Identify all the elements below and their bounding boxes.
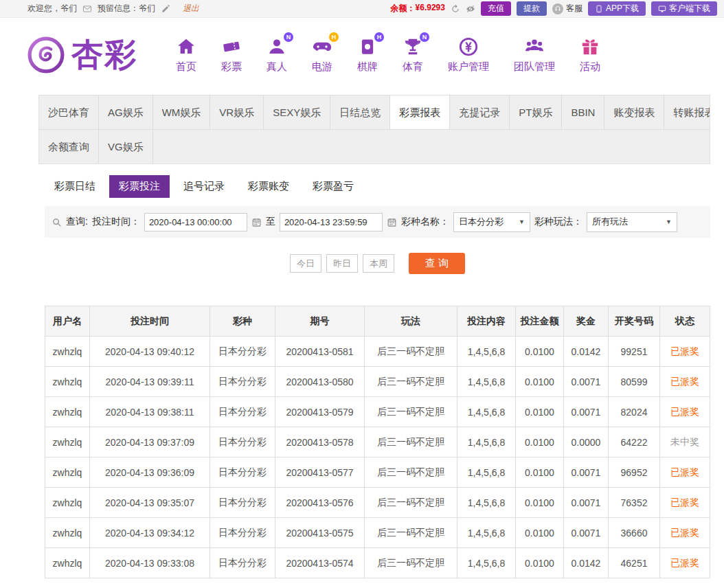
balance: 余额： ¥6.9293 [391,3,445,14]
tab-沙巴体育[interactable]: 沙巴体育 [39,95,99,129]
nav-label: 真人 [267,60,287,74]
nav-label: 体育 [403,60,423,74]
subtab-彩票投注[interactable]: 彩票投注 [109,175,170,198]
subtabs: 彩票日结彩票投注追号记录彩票账变彩票盈亏 [45,175,710,198]
table-row: zwhzlq2020-04-13 09:40:12日本分分彩20200413-0… [45,337,710,367]
nav-item-sports[interactable]: N体育 [403,36,423,74]
live-icon: N [267,36,287,57]
tab-VR娱乐[interactable]: VR娱乐 [210,95,264,129]
cell: 1,4,5,6,8 [457,457,516,488]
hide-balance-icon[interactable] [466,4,475,14]
cell: 0.0100 [516,427,564,457]
cell: 后三一码不定胆 [365,427,457,457]
cell: 99251 [609,337,660,367]
cell: 20200413-0580 [275,367,365,397]
logout-link[interactable]: 退出 [183,3,199,14]
refresh-icon[interactable] [451,4,460,14]
status-cell: 已派奖 [660,548,710,578]
cell: 0.0100 [516,397,564,427]
cell: 后三一码不定胆 [365,397,457,427]
subtab-追号记录[interactable]: 追号记录 [174,175,234,198]
balance-label: 余额： [391,3,416,14]
message-icon[interactable] [82,4,92,14]
client-download-button[interactable]: 客户端下载 [651,1,717,16]
nav-item-gift[interactable]: 活动 [580,36,600,74]
client-download-label: 客户端下载 [669,3,710,14]
cell: 2020-04-13 09:38:11 [90,397,210,427]
cell: 20200413-0578 [275,427,365,457]
tab-账变报表[interactable]: 账变报表 [604,95,664,129]
tab-转账报表[interactable]: 转账报表 [664,95,710,129]
recharge-button[interactable]: 充值 [481,1,511,16]
tab-BBIN[interactable]: BBIN [562,95,604,129]
brand-logo[interactable]: 杏彩 [27,34,137,76]
cell: 0.0100 [516,367,564,397]
tab-充提记录[interactable]: 充提记录 [450,95,510,129]
table-row: zwhzlq2020-04-13 09:34:12日本分分彩20200413-0… [45,518,710,548]
nav-item-live[interactable]: N真人 [267,36,287,74]
search-icon [52,217,62,227]
nav-label: 团队管理 [514,60,555,74]
headset-icon [552,3,563,14]
nav-item-home[interactable]: 首页 [176,36,196,74]
withdraw-button[interactable]: 提款 [517,1,547,16]
nav-item-account[interactable]: 账户管理 [448,36,489,74]
cell: 1,4,5,6,8 [457,427,516,457]
nav-item-game[interactable]: H电游 [312,36,332,74]
header: 杏彩 首页彩票N真人H电游H棋牌N体育账户管理团队管理活动 [0,18,724,92]
cell: 日本分分彩 [210,337,275,367]
cell: 后三一码不定胆 [365,488,457,518]
calendar-icon[interactable] [387,217,397,227]
app-download-button[interactable]: APP下载 [588,1,646,16]
nav-item-team[interactable]: 团队管理 [514,36,555,74]
cell: 后三一码不定胆 [365,337,457,367]
start-time-input[interactable] [144,213,247,231]
nav-item-chess[interactable]: H棋牌 [357,36,378,74]
cell: 76352 [609,488,660,518]
tab-余额查询[interactable]: 余额查询 [39,130,99,163]
tab-VG娱乐[interactable]: VG娱乐 [99,130,153,163]
cell: 2020-04-13 09:39:11 [90,367,210,397]
play-select[interactable]: 所有玩法 ▼ [587,212,677,232]
topbar-right: 余额： ¥6.9293 充值 提款 客服 APP下载 客户端下载 [391,1,717,16]
tab-row-1: 沙巴体育AG娱乐WM娱乐VR娱乐SEXY娱乐日结总览彩票报表充提记录PT娱乐BB… [39,95,710,129]
status-cell: 未中奖 [660,427,710,457]
chess-icon: H [357,36,378,57]
yesterday-button[interactable]: 昨日 [326,254,358,273]
nav-label: 活动 [580,60,600,74]
subtab-彩票账变[interactable]: 彩票账变 [238,175,299,198]
tab-SEXY娱乐[interactable]: SEXY娱乐 [264,95,330,129]
badge: N [284,32,293,42]
tab-WM娱乐[interactable]: WM娱乐 [153,95,211,129]
edit-icon[interactable] [161,4,170,14]
end-time-input[interactable] [280,213,383,231]
cell: 20200413-0579 [275,397,365,427]
calendar-icon[interactable] [251,217,262,227]
cell: 82024 [609,397,660,427]
tab-AG娱乐[interactable]: AG娱乐 [99,95,153,129]
monitor-icon [658,5,666,13]
cell: 后三一码不定胆 [365,548,457,578]
cell: 1,4,5,6,8 [457,397,516,427]
tab-日结总览[interactable]: 日结总览 [330,95,390,129]
nav-item-lottery[interactable]: 彩票 [221,36,242,74]
cell: 0.0071 [564,397,609,427]
nav-label: 彩票 [221,60,242,74]
today-button[interactable]: 今日 [290,254,321,273]
welcome-text: 欢迎您，爷们 [27,3,77,14]
subtab-彩票日结[interactable]: 彩票日结 [45,175,105,198]
status-cell: 已派奖 [660,397,710,427]
cell: 0.0100 [516,488,564,518]
tab-PT娱乐[interactable]: PT娱乐 [510,95,562,129]
week-button[interactable]: 本周 [363,254,394,273]
quick-filter-row: 今日 昨日 本周 查 询 [45,253,710,274]
query-button[interactable]: 查 询 [409,253,465,274]
column-header: 奖金 [564,306,609,337]
cell: 2020-04-13 09:36:09 [90,457,210,488]
subtab-彩票盈亏[interactable]: 彩票盈亏 [303,175,363,198]
table-row: zwhzlq2020-04-13 09:37:09日本分分彩20200413-0… [45,427,710,457]
tab-彩票报表[interactable]: 彩票报表 [390,95,450,129]
status-cell: 已派奖 [660,488,710,518]
customer-service-link[interactable]: 客服 [552,3,582,14]
lottery-name-select[interactable]: 日本分分彩 ▼ [453,212,530,232]
